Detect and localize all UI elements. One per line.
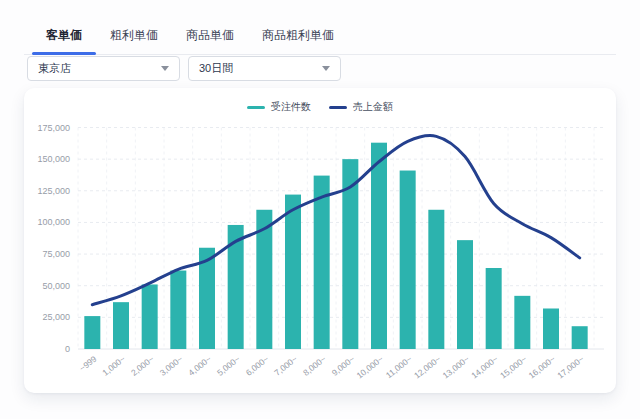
bar-7,000~[interactable]: [285, 195, 301, 349]
bar-10,000~[interactable]: [371, 143, 387, 349]
x-axis-tick-label: 8,000~: [301, 354, 328, 378]
metric-tabs: 客単価 粗利単価 商品単価 商品粗利単価: [24, 20, 616, 55]
x-axis-tick-label: 13,000~: [441, 354, 472, 381]
active-tab-underline: [32, 52, 96, 55]
tab-product-gross-profit-unit-price[interactable]: 商品粗利単価: [248, 20, 348, 54]
x-axis-tick-label: 17,000~: [555, 354, 586, 381]
bar-2,000~[interactable]: [142, 284, 158, 349]
bar-~999[interactable]: [84, 316, 100, 349]
y-axis-tick-label: 100,000: [37, 217, 70, 227]
x-axis-tick-label: 3,000~: [158, 354, 185, 378]
tab-label: 商品粗利単価: [262, 28, 334, 42]
bar-8,000~[interactable]: [314, 176, 330, 349]
x-axis-tick-label: 5,000~: [215, 354, 242, 378]
bar-16,000~[interactable]: [543, 308, 559, 349]
y-axis-tick-label: 75,000: [42, 249, 70, 259]
chevron-down-icon: [322, 66, 330, 71]
tab-label: 商品単価: [186, 28, 234, 42]
tab-product-unit-price[interactable]: 商品単価: [172, 20, 248, 54]
bar-13,000~[interactable]: [457, 240, 473, 349]
tab-gross-profit-unit-price[interactable]: 粗利単価: [96, 20, 172, 54]
x-axis-tick-label: 7,000~: [272, 354, 299, 378]
bar-17,000~[interactable]: [572, 326, 588, 349]
x-axis-tick-label: 15,000~: [498, 354, 529, 381]
x-axis-tick-label: 11,000~: [384, 354, 414, 381]
x-axis-tick-label: 16,000~: [527, 354, 558, 381]
tab-label: 客単価: [46, 28, 82, 42]
chevron-down-icon: [161, 66, 169, 71]
store-select[interactable]: 東京店: [27, 56, 180, 81]
x-axis-tick-label: 4,000~: [186, 354, 213, 378]
tab-label: 粗利単価: [110, 28, 158, 42]
y-axis-tick-label: 25,000: [42, 312, 70, 322]
bar-12,000~[interactable]: [428, 210, 444, 349]
x-axis-tick-label: ~999: [77, 354, 98, 374]
store-select-value: 東京店: [38, 61, 71, 76]
combo-chart: 025,00050,00075,000100,000125,000150,000…: [24, 88, 616, 393]
chart-card: 受注件数 売上金額 025,00050,00075,000100,000125,…: [24, 88, 616, 393]
x-axis-tick-label: 2,000~: [129, 354, 156, 378]
filter-bar: 東京店 30日間: [27, 56, 341, 81]
y-axis-tick-label: 150,000: [37, 154, 70, 164]
bar-11,000~[interactable]: [400, 171, 416, 349]
x-axis-tick-label: 10,000~: [355, 354, 386, 381]
period-select-value: 30日間: [199, 61, 233, 76]
y-axis-tick-label: 0: [65, 344, 70, 354]
x-axis-tick-label: 6,000~: [244, 354, 271, 378]
y-axis-tick-label: 50,000: [42, 281, 70, 291]
x-axis-tick-label: 1,000~: [100, 354, 127, 378]
bar-3,000~[interactable]: [170, 271, 186, 349]
y-axis-tick-label: 125,000: [37, 186, 70, 196]
period-select[interactable]: 30日間: [188, 56, 341, 81]
y-axis-tick-label: 175,000: [37, 123, 70, 133]
bar-1,000~[interactable]: [113, 302, 129, 349]
bar-15,000~[interactable]: [514, 296, 530, 349]
x-axis-tick-label: 14,000~: [469, 354, 500, 381]
x-axis-tick-label: 9,000~: [330, 354, 357, 378]
tab-customer-unit-price[interactable]: 客単価: [32, 20, 96, 54]
x-axis-tick-label: 12,000~: [412, 354, 443, 381]
bar-14,000~[interactable]: [486, 268, 502, 349]
